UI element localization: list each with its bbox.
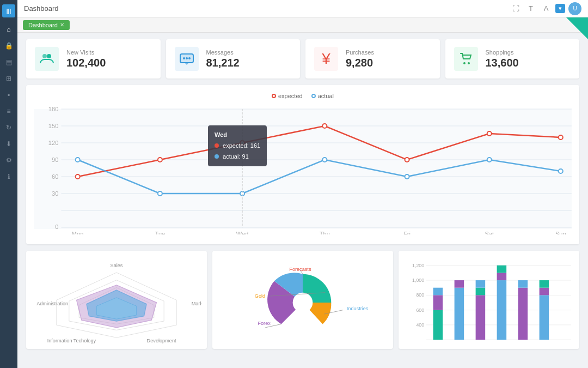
sidebar-item-lock[interactable]: 🔒 [2, 39, 15, 52]
svg-point-35 [322, 124, 327, 128]
svg-point-39 [76, 158, 80, 162]
chart-legend: expected actual [34, 93, 572, 99]
purchases-label: Purchases [346, 49, 374, 56]
sidebar-item-home[interactable]: ⌂ [2, 23, 15, 36]
new-visits-label: New Visits [66, 49, 106, 56]
svg-rect-79 [497, 266, 507, 273]
stat-cards: New Visits 102,400 Messages [26, 39, 579, 79]
svg-rect-76 [476, 280, 486, 288]
tabbar: Dashboard ✕ [17, 17, 588, 33]
text-icon[interactable]: T [525, 3, 537, 15]
svg-text:60: 60 [52, 173, 58, 180]
sidebar-item-chart[interactable]: ▪ [2, 88, 15, 101]
sidebar-item-layers[interactable]: ▤ [2, 56, 15, 69]
svg-point-7 [463, 62, 465, 64]
svg-point-45 [559, 169, 563, 173]
radar-label-admin: Administration [36, 301, 68, 306]
donut-label-forex: Forex [258, 321, 271, 326]
svg-rect-70 [433, 295, 443, 310]
fullscreen-icon[interactable]: ⛶ [510, 3, 522, 15]
page-title: Dashboard [24, 4, 505, 13]
main-area: Dashboard ⛶ T A ▾ U Dashboard ✕ [17, 0, 588, 368]
legend-actual-label: actual [318, 93, 334, 99]
svg-rect-72 [455, 288, 464, 340]
svg-text:1,000: 1,000 [412, 277, 424, 283]
svg-rect-71 [433, 288, 443, 295]
radar-svg: Sales Marketing Development Information … [32, 256, 201, 349]
legend-actual: actual [311, 93, 334, 99]
svg-text:Fri: Fri [403, 231, 411, 234]
svg-text:Mon: Mon [72, 231, 84, 234]
svg-rect-82 [540, 295, 549, 340]
line-chart-section: expected actual [26, 85, 579, 244]
svg-rect-80 [518, 288, 528, 340]
shoppings-value: 13,600 [486, 57, 519, 69]
accessibility-icon[interactable]: A [540, 3, 552, 15]
bar-svg: 1,200 1,000 800 600 400 [404, 256, 574, 349]
sidebar-item-settings[interactable]: ⚙ [2, 154, 15, 167]
messages-info: Messages 81,212 [206, 49, 240, 69]
svg-point-6 [188, 57, 191, 59]
svg-point-53 [293, 293, 313, 313]
svg-rect-69 [433, 310, 443, 340]
svg-text:120: 120 [48, 140, 58, 146]
svg-point-4 [183, 57, 185, 59]
svg-rect-78 [497, 273, 507, 280]
svg-text:Wed: Wed [236, 231, 249, 234]
svg-rect-73 [455, 280, 464, 288]
donut-label-forecasts: Forecasts [289, 267, 311, 272]
svg-point-33 [158, 158, 162, 162]
new-visits-info: New Visits 102,400 [66, 49, 106, 69]
sidebar-item-refresh[interactable]: ↻ [2, 121, 15, 134]
legend-actual-dot [311, 94, 316, 98]
svg-point-1 [47, 54, 51, 58]
corner-decoration [566, 17, 588, 39]
tab-close-icon[interactable]: ✕ [60, 22, 64, 28]
tab-dashboard[interactable]: Dashboard ✕ [23, 20, 70, 30]
svg-rect-74 [476, 295, 486, 340]
svg-point-0 [42, 54, 47, 58]
svg-text:400: 400 [416, 322, 424, 328]
svg-text:800: 800 [416, 292, 424, 298]
legend-expected: expected [272, 93, 303, 99]
dropdown-button[interactable]: ▾ [555, 4, 565, 13]
legend-expected-label: expected [278, 93, 303, 99]
messages-icon [175, 47, 199, 71]
bottom-charts: Sales Marketing Development Information … [26, 251, 579, 349]
shoppings-info: Shoppings 13,600 [486, 49, 519, 69]
purchases-value: 9,280 [346, 57, 374, 69]
radar-label-it: Information Techology [47, 338, 96, 343]
purchases-icon: ¥ [314, 47, 338, 71]
sidebar-item-info[interactable]: ℹ [2, 170, 15, 183]
donut-svg: Forecasts Gold Forex Industries [218, 256, 388, 349]
new-visits-icon [35, 47, 59, 71]
svg-point-42 [322, 158, 327, 162]
donut-chart: Forecasts Gold Forex Industries [212, 251, 393, 349]
svg-point-36 [405, 158, 409, 162]
svg-point-37 [487, 131, 492, 136]
stat-card-messages: Messages 81,212 [166, 39, 301, 79]
svg-point-43 [405, 174, 409, 179]
svg-text:150: 150 [48, 123, 58, 129]
line-chart-wrap: 180 150 120 90 60 30 0 Mon Tue Wed Thu [34, 104, 572, 237]
content-area: New Visits 102,400 Messages [17, 33, 588, 368]
legend-expected-dot [272, 94, 276, 98]
shoppings-label: Shoppings [486, 49, 519, 56]
donut-label-industries: Industries [347, 306, 369, 311]
avatar[interactable]: U [568, 2, 581, 15]
svg-text:30: 30 [52, 190, 58, 197]
sidebar-logo[interactable]: ||| [2, 4, 15, 17]
donut-label-gold: Gold [255, 293, 265, 299]
sidebar-item-download[interactable]: ⬇ [2, 137, 15, 150]
svg-rect-84 [540, 280, 549, 288]
messages-label: Messages [206, 49, 240, 56]
svg-point-5 [186, 57, 188, 59]
sidebar-item-list[interactable]: ≡ [2, 105, 15, 118]
sidebar-item-grid[interactable]: ⊞ [2, 72, 15, 85]
stat-card-purchases: ¥ Purchases 9,280 [305, 39, 440, 79]
shoppings-icon [454, 47, 478, 71]
purchases-info: Purchases 9,280 [346, 49, 374, 69]
svg-text:Tue: Tue [155, 231, 166, 234]
svg-rect-77 [497, 280, 507, 340]
stat-card-shoppings: Shoppings 13,600 [445, 39, 580, 79]
